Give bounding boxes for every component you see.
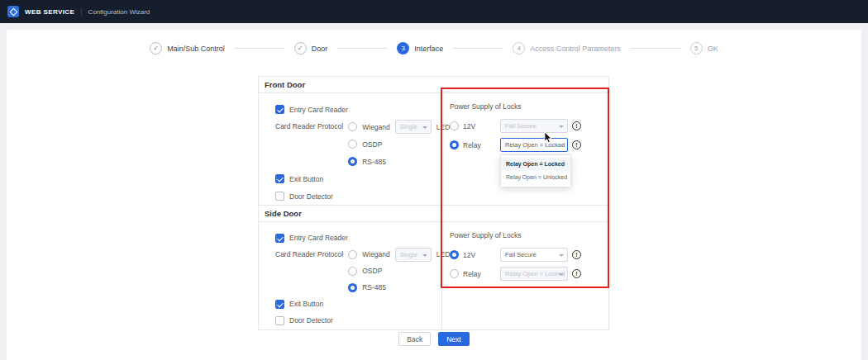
entry-card-reader-label: Entry Card Reader (289, 234, 348, 242)
door-detector-label: Door Detector (289, 316, 333, 324)
step-connector (630, 48, 681, 49)
osdp-row: OSDP (348, 263, 450, 279)
page-title: Configuration Wizard (88, 8, 150, 16)
side-door-power-column: Power Supply of Locks 12V Fail Secure ! … (442, 222, 608, 329)
dropdown-option-locked[interactable]: Relay Open = Locked (501, 158, 570, 171)
check-icon: ✓ (153, 45, 159, 52)
exit-button-checkbox[interactable] (275, 300, 284, 309)
side-door-body: Entry Card Reader Card Reader Protocol W… (259, 222, 608, 329)
exit-button-label: Exit Button (289, 175, 323, 183)
relay-row: Relay Relay Open = Locked ! Relay Open =… (450, 137, 608, 153)
back-button[interactable]: Back (398, 332, 431, 346)
app-logo-icon (7, 6, 19, 17)
front-door-left-column: Entry Card Reader Card Reader Protocol W… (259, 93, 442, 205)
door-detector-checkbox[interactable] (275, 316, 284, 325)
step-label: Door (312, 45, 328, 53)
step-label: Access Control Parameters (530, 45, 621, 53)
twelve-v-row: 12V Fail Secure ! (450, 247, 608, 263)
door-detector-checkbox[interactable] (275, 192, 284, 201)
protocol-options: Wiegand Single LED OSDP (348, 246, 450, 296)
step-label: OK (708, 45, 718, 53)
osdp-label: OSDP (362, 267, 382, 275)
door-detector-row: Door Detector (275, 187, 441, 205)
step-access-control-parameters: 4 Access Control Parameters (513, 42, 621, 54)
entry-card-reader-row: Entry Card Reader (275, 230, 441, 246)
title-divider: | (80, 7, 82, 16)
step-interface: 3 Interface (397, 42, 443, 54)
info-icon[interactable]: ! (572, 269, 581, 278)
osdp-radio[interactable] (348, 267, 357, 276)
side-door-left-column: Entry Card Reader Card Reader Protocol W… (259, 222, 442, 329)
card-reader-protocol-group: Card Reader Protocol Wiegand Single LED (275, 246, 441, 296)
wiegand-mode-select[interactable]: Single (395, 120, 432, 134)
osdp-radio[interactable] (348, 140, 357, 149)
fail-secure-value: Fail Secure (505, 251, 537, 258)
relay-label: Relay (463, 141, 496, 149)
entry-card-reader-checkbox[interactable] (275, 105, 284, 114)
relay-radio[interactable] (450, 269, 459, 278)
relay-mode-value: Relay Open = Locked (505, 270, 565, 277)
step-circle-todo: 4 (513, 42, 525, 54)
wiegand-label: Wiegand (362, 123, 390, 131)
wiegand-mode-select[interactable]: Single (395, 248, 432, 262)
section-front-door: Front Door Entry Card Reader Card Reader… (259, 77, 608, 205)
twelve-v-radio[interactable] (450, 121, 459, 130)
wiegand-mode-value: Single (400, 251, 417, 258)
info-icon[interactable]: ! (572, 121, 581, 130)
wiegand-radio[interactable] (348, 250, 357, 259)
step-connector (234, 48, 285, 49)
relay-mode-select[interactable]: Relay Open = Locked (500, 138, 568, 152)
card-reader-protocol-group: Card Reader Protocol Wiegand Single LED (275, 118, 441, 170)
chevron-down-icon (422, 126, 427, 129)
exit-button-row: Exit Button (275, 296, 441, 312)
front-door-power-column: Power Supply of Locks 12V Fail Secure ! … (442, 93, 608, 205)
relay-mode-select[interactable]: Relay Open = Locked (500, 267, 568, 281)
entry-card-reader-checkbox[interactable] (275, 234, 284, 243)
step-label: Main/Sub Control (167, 45, 225, 53)
next-button[interactable]: Next (438, 332, 469, 346)
exit-button-row: Exit Button (275, 170, 441, 187)
rs485-row: RS-485 (348, 279, 450, 296)
info-glyph: ! (575, 252, 577, 258)
step-circle-done: ✓ (294, 42, 307, 54)
door-detector-label: Door Detector (289, 192, 333, 201)
twelve-v-radio[interactable] (450, 250, 459, 259)
rs485-radio[interactable] (348, 157, 357, 166)
wiegand-label: Wiegand (362, 250, 390, 258)
step-circle-done: ✓ (150, 42, 162, 54)
wiegand-radio[interactable] (348, 122, 357, 131)
info-icon[interactable]: ! (572, 140, 581, 149)
rs485-row: RS-485 (348, 153, 450, 170)
wizard-footer: Back Next (7, 332, 861, 346)
step-door: ✓ Door (294, 42, 328, 54)
relay-mode-value: Relay Open = Locked (505, 141, 565, 149)
wizard-stepper: ✓ Main/Sub Control ✓ Door 3 Interface 4 … (7, 30, 861, 54)
rs485-radio[interactable] (348, 283, 357, 292)
step-ok: 5 OK (690, 42, 718, 54)
step-connector (336, 48, 388, 49)
info-glyph: ! (575, 123, 577, 129)
fail-secure-value: Fail Secure (505, 122, 537, 130)
step-number: 3 (402, 45, 405, 52)
door-detector-row: Door Detector (275, 312, 441, 329)
chevron-down-icon (559, 144, 564, 147)
power-supply-title: Power Supply of Locks (450, 231, 608, 239)
relay-mode-dropdown: Relay Open = Locked Relay Open = Unlocke… (500, 154, 571, 187)
side-door-title: Side Door (259, 206, 608, 222)
step-main-sub-control: ✓ Main/Sub Control (150, 42, 225, 54)
check-icon: ✓ (298, 45, 303, 52)
brand-title: WEB SERVICE (25, 8, 74, 16)
fail-secure-select[interactable]: Fail Secure (500, 119, 568, 133)
wizard-form: Front Door Entry Card Reader Card Reader… (258, 76, 609, 330)
fail-secure-select[interactable]: Fail Secure (500, 248, 568, 262)
step-connector (452, 48, 503, 49)
exit-button-label: Exit Button (289, 300, 323, 308)
step-number: 5 (694, 45, 698, 52)
info-icon[interactable]: ! (572, 250, 581, 259)
exit-button-checkbox[interactable] (275, 174, 284, 183)
step-number: 4 (517, 45, 521, 52)
chevron-down-icon (559, 126, 564, 128)
dropdown-option-unlocked[interactable]: Relay Open = Unlocked (501, 171, 570, 184)
relay-radio[interactable] (450, 140, 459, 149)
relay-label: Relay (463, 270, 496, 278)
